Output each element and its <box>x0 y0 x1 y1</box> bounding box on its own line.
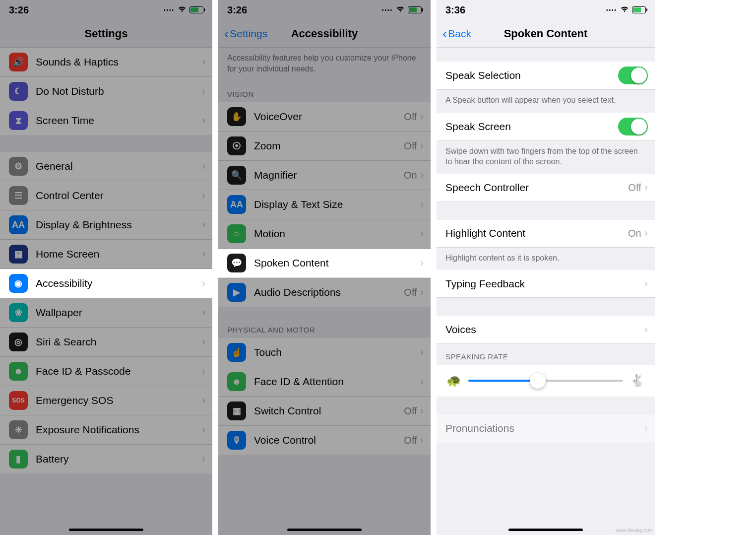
chevron-right-icon: › <box>420 404 424 417</box>
home-indicator[interactable] <box>508 529 583 531</box>
chevron-right-icon: › <box>644 422 648 435</box>
nav-bar: ‹ Back Spoken Content <box>437 20 655 48</box>
list-row[interactable]: ☰Control Center› <box>0 181 212 210</box>
list-row[interactable]: ◉Accessibility› <box>0 269 212 298</box>
chevron-right-icon: › <box>202 189 205 202</box>
spoken-list[interactable]: Speak Selection A Speak button will appe… <box>437 48 655 535</box>
back-button[interactable]: ‹ Settings <box>224 20 267 47</box>
back-button[interactable]: ‹ Back <box>442 20 471 47</box>
list-row[interactable]: ✳Exposure Notifications› <box>0 415 212 445</box>
list-row[interactable]: ☻Face ID & Passcode› <box>0 357 212 386</box>
wallpaper-icon: ❀ <box>9 303 28 322</box>
status-bar: 3:26 •••• <box>0 0 212 20</box>
row-label: Control Center <box>36 190 202 201</box>
hourglass-icon: ⧗ <box>9 111 28 130</box>
switch-icon: ▦ <box>227 401 246 420</box>
list-row[interactable]: ▦Home Screen› <box>0 240 212 269</box>
battery-icon <box>632 6 646 13</box>
faceid-icon: ☻ <box>9 362 28 381</box>
watermark: www.deuaq.com <box>616 528 652 533</box>
list-row[interactable]: 🎙Voice ControlOff› <box>218 426 431 455</box>
chevron-right-icon: › <box>202 335 205 348</box>
list-row[interactable]: 💬Spoken Content› <box>218 249 431 278</box>
group-header: VISION <box>218 81 431 102</box>
speech-controller-row[interactable]: Speech Controller Off › <box>437 174 655 202</box>
voice-icon: 🎙 <box>227 431 246 450</box>
list-row[interactable]: ⚙General› <box>0 152 212 181</box>
list-row[interactable]: 🔊Sounds & Haptics› <box>0 48 212 77</box>
row-label: Battery <box>36 453 202 465</box>
chevron-right-icon: › <box>420 198 424 211</box>
wifi-icon <box>396 6 405 14</box>
home-indicator[interactable] <box>69 529 143 531</box>
list-row[interactable]: ▦Switch ControlOff› <box>218 397 431 426</box>
battery-icon <box>408 6 422 13</box>
settings-screen: 3:26 •••• Settings 🔊Sounds & Haptics›☾Do… <box>0 0 212 535</box>
chevron-left-icon: ‹ <box>442 27 447 41</box>
list-row[interactable]: ⧗Screen Time› <box>0 106 212 135</box>
voices-row[interactable]: Voices › <box>437 316 655 343</box>
speak-selection-toggle[interactable] <box>618 67 648 84</box>
list-row[interactable]: AADisplay & Brightness› <box>0 210 212 240</box>
home-indicator[interactable] <box>287 529 362 531</box>
row-value: Off <box>404 111 417 123</box>
pronunciations-row[interactable]: Pronunciations › <box>437 414 655 442</box>
chevron-right-icon: › <box>202 277 205 290</box>
speak-selection-footer: A Speak button will appear when you sele… <box>437 90 655 113</box>
textsize-icon: AA <box>9 215 28 234</box>
gear-icon: ⚙ <box>9 157 28 176</box>
chevron-right-icon: › <box>420 110 424 123</box>
wifi-icon <box>620 6 629 14</box>
row-label: Face ID & Passcode <box>36 365 202 377</box>
page-title: Spoken Content <box>504 27 588 40</box>
tortoise-icon: 🐢 <box>446 374 461 388</box>
chevron-right-icon: › <box>420 139 424 152</box>
settings-list[interactable]: 🔊Sounds & Haptics›☾Do Not Disturb›⧗Scree… <box>0 48 212 535</box>
chevron-right-icon: › <box>420 434 424 447</box>
row-label: Speak Screen <box>445 121 618 133</box>
touch-icon: ☝ <box>227 343 246 362</box>
speaking-rate-slider[interactable] <box>468 380 623 382</box>
accessibility-list[interactable]: Accessibility features help you customiz… <box>218 48 431 535</box>
chevron-right-icon: › <box>202 423 205 436</box>
status-bar: 3:26 •••• <box>218 0 431 20</box>
siri-icon: ◎ <box>9 333 28 351</box>
row-label: Touch <box>254 346 420 358</box>
list-row[interactable]: ☻Face ID & Attention› <box>218 367 431 397</box>
moon-icon: ☾ <box>9 82 28 101</box>
row-label: Screen Time <box>36 115 202 127</box>
speak-screen-toggle[interactable] <box>618 118 648 135</box>
speak-screen-row[interactable]: Speak Screen <box>437 113 655 141</box>
wifi-icon <box>178 6 187 14</box>
list-row[interactable]: ☝Touch› <box>218 338 431 367</box>
list-row[interactable]: ❀Wallpaper› <box>0 298 212 328</box>
list-row[interactable]: ⦿ZoomOff› <box>218 132 431 161</box>
chevron-right-icon: › <box>420 227 424 240</box>
status-icons: •••• <box>164 6 203 14</box>
list-row[interactable]: ✋VoiceOverOff› <box>218 102 431 132</box>
list-row[interactable]: ☾Do Not Disturb› <box>0 77 212 106</box>
battery-icon: ▮ <box>9 450 28 468</box>
magnifier-icon: 🔍 <box>227 166 246 185</box>
chevron-right-icon: › <box>202 218 205 231</box>
chevron-right-icon: › <box>202 365 205 378</box>
status-icons: •••• <box>382 6 422 14</box>
audiodesc-icon: ▶ <box>227 283 246 302</box>
highlight-content-row[interactable]: Highlight Content On › <box>437 220 655 248</box>
row-label: Voices <box>445 324 644 335</box>
battery-icon <box>189 6 203 13</box>
list-row[interactable]: ◎Siri & Search› <box>0 328 212 357</box>
speaking-rate-slider-row: 🐢 🐇 <box>437 365 655 397</box>
speak-selection-row[interactable]: Speak Selection <box>437 62 655 90</box>
list-row[interactable]: SOSEmergency SOS› <box>0 386 212 415</box>
typing-feedback-row[interactable]: Typing Feedback › <box>437 270 655 298</box>
list-row[interactable]: AADisplay & Text Size› <box>218 190 431 219</box>
row-value: On <box>628 228 641 239</box>
accessibility-icon: ◉ <box>9 274 28 293</box>
list-row[interactable]: 🔍MagnifierOn› <box>218 161 431 190</box>
list-row[interactable]: ▶Audio DescriptionsOff› <box>218 278 431 307</box>
list-row[interactable]: ○Motion› <box>218 219 431 249</box>
row-value: Off <box>404 405 417 417</box>
list-row[interactable]: ▮Battery› <box>0 445 212 473</box>
page-title: Accessibility <box>291 27 358 40</box>
